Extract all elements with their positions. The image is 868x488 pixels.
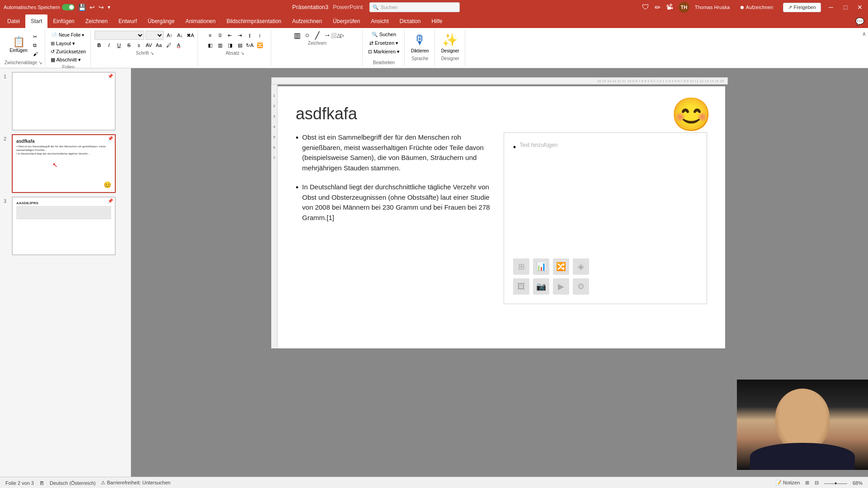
bullet-1-text[interactable]: Obst ist ein Sammelbegriff der für den M… xyxy=(302,132,499,173)
undo-icon[interactable]: ↩ xyxy=(90,4,95,11)
save-icon[interactable]: 💾 xyxy=(78,4,86,11)
diktieren-button[interactable]: 🎙 Diktieren xyxy=(408,31,431,55)
pen-icon: ✏ xyxy=(655,3,660,12)
share-button[interactable]: ↗ Freigeben xyxy=(783,3,821,12)
group-schrift: A↑ A↓ ✖A B I U S s AV Aa 🖊 A Schrift ↘ xyxy=(92,30,198,66)
highlight-button[interactable]: 🖊 xyxy=(164,41,173,50)
bullet-2-text[interactable]: In Deutschland liegt der durchschnittlic… xyxy=(302,182,499,223)
ph-smartart-icon[interactable]: 🔀 xyxy=(553,258,569,275)
tab-uebergaenge[interactable]: Übergänge xyxy=(142,14,180,28)
replace-button[interactable]: ⇄ Ersetzen ▾ xyxy=(368,39,401,47)
tab-aufzeichnen[interactable]: Aufzeichnen xyxy=(287,14,327,28)
bullet-list-button[interactable]: ≡ xyxy=(206,31,215,40)
slide-body: • Obst ist ein Sammelbegriff der für den… xyxy=(296,132,707,304)
justify-button[interactable]: ▤ xyxy=(236,41,245,50)
reset-button[interactable]: ↺ Zurücksetzen xyxy=(49,48,88,56)
font-family-select[interactable] xyxy=(94,31,144,40)
slide-sorter-button[interactable]: ⊟ xyxy=(815,480,819,486)
line-spacing-button[interactable]: ↕ xyxy=(255,31,264,40)
format-paint-button[interactable]: 🖌 xyxy=(31,50,40,57)
font-color-button[interactable]: A xyxy=(174,41,183,50)
copy-button[interactable]: ⧉ xyxy=(31,42,40,49)
search-bar[interactable]: 🔍 Suchen xyxy=(369,2,460,12)
slide-canvas[interactable]: 😊 asdfkafa • Obst ist ein Sammelbegriff … xyxy=(278,86,725,348)
comments-icon[interactable]: 💬 xyxy=(855,17,864,26)
tab-entwurf[interactable]: Entwurf xyxy=(113,14,142,28)
slide-2-preview[interactable]: 📌 asdfkafa • Obst ist ein Sammelbegriff … xyxy=(12,134,116,193)
normal-view-button[interactable]: ⊞ xyxy=(805,480,809,486)
bold-button[interactable]: B xyxy=(94,41,104,50)
slide-thumb-1[interactable]: 1 📌 xyxy=(4,72,127,131)
text-direction-button[interactable]: ↻A xyxy=(245,41,255,50)
slide-1-preview[interactable]: 📌 xyxy=(12,72,116,131)
font-decrease-button[interactable]: A↓ xyxy=(175,31,184,40)
redo-icon[interactable]: ↪ xyxy=(99,4,104,11)
tab-ueberpruefen[interactable]: Überprüfen xyxy=(327,14,365,28)
align-center-button[interactable]: ▥ xyxy=(216,41,225,50)
increase-indent-button[interactable]: ⇥ xyxy=(236,31,245,40)
ph-3d-icon[interactable]: ◈ xyxy=(573,258,589,275)
ribbon-collapse-button[interactable]: ∧ xyxy=(862,31,866,37)
ph-video-icon[interactable]: ▶ xyxy=(553,278,569,295)
tab-animationen[interactable]: Animationen xyxy=(180,14,221,28)
placeholder-column[interactable]: • Text hinzufügen ⊞ 📊 🔀 ◈ 🖼 📷 ▶ ⚙ xyxy=(504,132,707,304)
einfuegen-button[interactable]: 📋 Einfügen xyxy=(7,35,30,55)
shape-button[interactable]: ○ xyxy=(303,31,312,40)
close-button[interactable]: ✕ xyxy=(855,3,864,12)
ph-chart-icon[interactable]: 📊 xyxy=(533,258,549,275)
ph-icon-icon[interactable]: ⚙ xyxy=(573,278,589,295)
tab-start[interactable]: Start xyxy=(25,14,47,28)
section-button[interactable]: ▦ Abschnitt ▾ xyxy=(49,56,83,64)
ph-photo-icon[interactable]: 📷 xyxy=(533,278,549,295)
tab-datei[interactable]: Datei xyxy=(2,14,25,28)
minimize-button[interactable]: ─ xyxy=(826,3,835,12)
columns-button[interactable]: ⫿ xyxy=(245,31,255,40)
tab-ansicht[interactable]: Ansicht xyxy=(365,14,394,28)
tab-einfuegen[interactable]: Einfügen xyxy=(47,14,80,28)
text-column[interactable]: • Obst ist ein Sammelbegriff der für den… xyxy=(296,132,499,304)
smart-art-button[interactable]: 🔀 xyxy=(255,41,264,50)
line-button[interactable]: ╱ xyxy=(313,31,322,40)
font-increase-button[interactable]: A↑ xyxy=(165,31,174,40)
shadow-button[interactable]: s xyxy=(134,41,143,50)
align-left-button[interactable]: ◧ xyxy=(206,41,215,50)
layout-button[interactable]: ⊞ Layout ▾ xyxy=(49,40,77,47)
underline-button[interactable]: U xyxy=(114,41,123,50)
tab-dictation[interactable]: Dictation xyxy=(394,14,426,28)
select-button[interactable]: ⊡ Markieren ▾ xyxy=(366,48,401,56)
slide-thumb-2[interactable]: 2 📌 asdfkafa • Obst ist ein Sammelbegrif… xyxy=(4,134,127,193)
shape-arrange-button[interactable]: ▥ xyxy=(293,31,302,40)
case-button[interactable]: Aa xyxy=(154,41,163,50)
strikethrough-button[interactable]: S xyxy=(124,41,133,50)
decrease-indent-button[interactable]: ⇤ xyxy=(226,31,235,40)
ph-image-icon[interactable]: 🖼 xyxy=(513,278,529,295)
slide-3-preview[interactable]: 📌 AASDEJPRS xyxy=(12,197,116,255)
placeholder-label[interactable]: Text hinzufügen xyxy=(519,142,557,153)
notes-button[interactable]: 📝 Notizen xyxy=(775,480,800,486)
clear-format-button[interactable]: ✖A xyxy=(186,31,195,40)
shapes-gallery-button[interactable]: ⬜△▷ xyxy=(333,31,342,40)
maximize-button[interactable]: □ xyxy=(841,3,850,12)
ph-table-icon[interactable]: ⊞ xyxy=(513,258,529,275)
neue-folie-button[interactable]: 📄 Neue Folie ▾ xyxy=(49,31,87,39)
slide-thumb-3[interactable]: 3 📌 AASDEJPRS xyxy=(4,197,127,255)
font-size-select[interactable] xyxy=(146,31,164,40)
char-spacing-button[interactable]: AV xyxy=(144,41,153,50)
more-icon[interactable]: ▾ xyxy=(108,4,110,10)
tab-zeichnen[interactable]: Zeichnen xyxy=(80,14,113,28)
zoom-slider[interactable]: ——●—— xyxy=(824,480,847,486)
autosave-toggle[interactable]: Automatisches Speichern xyxy=(4,4,75,10)
thumb-2-emoji: 😊 xyxy=(104,181,111,188)
numbered-list-button[interactable]: ① xyxy=(216,31,225,40)
tab-bildschirm[interactable]: Bildschirmpräsentation xyxy=(221,14,287,28)
slide-title[interactable]: asdfkafa xyxy=(296,104,707,123)
search-button[interactable]: 🔍 Suchen xyxy=(370,31,398,38)
record-button[interactable]: ⏺ Aufzeichnen xyxy=(735,3,778,11)
designer-button[interactable]: ✨ Designer xyxy=(439,31,462,55)
tab-hilfe[interactable]: Hilfe xyxy=(426,14,448,28)
italic-button[interactable]: I xyxy=(104,41,113,50)
slide-emoji: 😊 xyxy=(671,95,712,134)
autosave-switch[interactable] xyxy=(62,4,75,10)
align-right-button[interactable]: ◨ xyxy=(226,41,235,50)
cut-button[interactable]: ✂ xyxy=(31,33,40,41)
